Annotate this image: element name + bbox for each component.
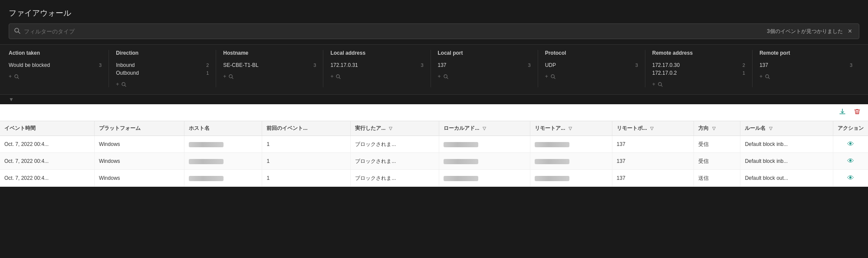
svg-line-9: [339, 77, 341, 79]
cell-remote-port: 137: [612, 153, 694, 170]
facet-col-action-taken: Action taken Would be blocked 3 +: [9, 50, 109, 87]
facet-col-remote-port: Remote port 137 3 +: [760, 50, 859, 87]
col-header-remote-addr: リモートア... ▽: [530, 121, 612, 136]
cell-event-time: Oct. 7, 2022 00:4...: [0, 170, 94, 187]
facet-local-address-add-btn[interactable]: +: [330, 73, 333, 79]
eye-icon[interactable]: 👁: [847, 174, 854, 182]
facet-remote-port-search-btn[interactable]: [765, 73, 770, 79]
cell-action: ブロックされま...: [351, 136, 439, 153]
filter-remove-button[interactable]: [852, 107, 863, 118]
cell-hostname: [184, 170, 262, 187]
cell-remote-addr: [530, 153, 612, 170]
facet-col-local-address: Local address 172.17.0.31 3 +: [330, 50, 431, 87]
cell-prev-event: 1: [262, 170, 351, 187]
cell-row-action[interactable]: 👁: [833, 170, 868, 187]
col-header-local-addr: ローカルアド... ▽: [439, 121, 530, 136]
facet-header-hostname: Hostname: [223, 50, 316, 58]
eye-icon[interactable]: 👁: [847, 140, 854, 148]
svg-line-13: [554, 77, 555, 79]
cell-remote-port: 137: [612, 136, 694, 153]
facet-local-address-search-btn[interactable]: [336, 73, 341, 79]
sort-icon-local: ▽: [483, 126, 486, 131]
facet-header-local-port: Local port: [438, 50, 531, 58]
cell-row-action[interactable]: 👁: [833, 136, 868, 153]
facet-remote-address-search-btn[interactable]: [658, 81, 663, 87]
cell-remote-addr: [530, 136, 612, 153]
cell-rule-name: Default block inb...: [740, 136, 833, 153]
filter-close-button[interactable]: ×: [846, 27, 854, 35]
filter-input[interactable]: [24, 28, 763, 35]
facet-item: Would be blocked 3: [9, 61, 102, 69]
facet-search-btn[interactable]: [14, 73, 19, 79]
sort-icon-remote: ▽: [569, 126, 572, 131]
svg-line-17: [768, 77, 769, 79]
col-header-direction: 方向 ▽: [694, 121, 740, 136]
filter-result-count: 3個のイベントが見つかりました: [767, 28, 843, 35]
cell-action: ブロックされま...: [351, 153, 439, 170]
download-button[interactable]: [837, 107, 848, 118]
search-icon: [14, 28, 20, 35]
filter-bar: 3個のイベントが見つかりました ×: [9, 23, 859, 39]
svg-line-11: [447, 77, 448, 79]
cell-remote-port: 137: [612, 170, 694, 187]
data-section: イベント時間 プラットフォーム ホスト名 前回のイベント... 実行したア...…: [0, 104, 868, 187]
facet-remote-address-add-btn[interactable]: +: [652, 81, 655, 87]
eye-icon[interactable]: 👁: [847, 157, 854, 165]
facet-item-remote-port: 137 3: [760, 61, 852, 69]
cell-direction: 受信: [694, 136, 740, 153]
cell-prev-event: 1: [262, 136, 351, 153]
svg-line-5: [125, 85, 126, 86]
facet-col-hostname: Hostname SE-CBE-T1-BL 3 +: [223, 50, 323, 87]
facet-local-port-search-btn[interactable]: [444, 73, 448, 79]
facet-item-local-address: 172.17.0.31 3: [330, 61, 423, 69]
svg-line-1: [18, 32, 20, 33]
facet-protocol-search-btn[interactable]: [551, 73, 556, 79]
facet-protocol-add-btn[interactable]: +: [545, 73, 548, 79]
facet-header-remote-address: Remote address: [652, 50, 745, 58]
facet-hostname-search-btn[interactable]: [229, 73, 233, 79]
table-row: Oct. 7, 2022 00:4... Windows 1 ブロックされま..…: [0, 136, 868, 153]
facet-table: Action taken Would be blocked 3 + Direct…: [9, 50, 859, 87]
facet-item-inbound: Inbound 2: [116, 61, 209, 69]
cell-local-addr: [439, 170, 530, 187]
facet-col-remote-address: Remote address 172.17.0.30 2 172.17.0.2 …: [652, 50, 753, 87]
cell-hostname: [184, 136, 262, 153]
facet-section: Action taken Would be blocked 3 + Direct…: [0, 44, 868, 95]
facet-header-remote-port: Remote port: [760, 50, 852, 58]
cell-event-time: Oct. 7, 2022 00:4...: [0, 153, 94, 170]
facet-header-direction: Direction: [116, 50, 209, 58]
cell-remote-addr: [530, 170, 612, 187]
cell-local-addr: [439, 153, 530, 170]
cell-rule-name: Default block out...: [740, 170, 833, 187]
cell-platform: Windows: [94, 153, 184, 170]
col-header-prev-event: 前回のイベント...: [262, 121, 351, 136]
table-row: Oct. 7, 2022 00:4... Windows 1 ブロックされま..…: [0, 170, 868, 187]
col-header-actions: アクション: [833, 121, 868, 136]
facet-remote-port-add-btn[interactable]: +: [760, 73, 763, 79]
cell-rule-name: Default block inb...: [740, 153, 833, 170]
cell-action: ブロックされま...: [351, 170, 439, 187]
cell-direction: 送信: [694, 170, 740, 187]
svg-line-15: [661, 85, 662, 86]
expand-arrow[interactable]: ▼: [0, 95, 868, 104]
facet-add-filter-btn[interactable]: +: [9, 73, 12, 79]
cell-event-time: Oct. 7, 2022 00:4...: [0, 136, 94, 153]
cell-row-action[interactable]: 👁: [833, 153, 868, 170]
facet-item-outbound: Outbound 1: [116, 69, 209, 77]
facet-item-remote-address-2: 172.17.0.2 1: [652, 69, 745, 77]
col-header-hostname: ホスト名: [184, 121, 262, 136]
facet-item-protocol: UDP 3: [545, 61, 638, 69]
facet-hostname-add-btn[interactable]: +: [223, 73, 226, 79]
cell-direction: 受信: [694, 153, 740, 170]
data-table: イベント時間 プラットフォーム ホスト名 前回のイベント... 実行したア...…: [0, 121, 868, 187]
cell-local-addr: [439, 136, 530, 153]
col-header-event-time: イベント時間: [0, 121, 94, 136]
facet-direction-add-btn[interactable]: +: [116, 81, 119, 87]
facet-header-local-address: Local address: [330, 50, 423, 58]
cell-prev-event: 1: [262, 153, 351, 170]
svg-line-7: [232, 77, 233, 79]
facet-header-action-taken: Action taken: [9, 50, 102, 58]
cell-platform: Windows: [94, 136, 184, 153]
facet-direction-search-btn[interactable]: [122, 81, 126, 87]
facet-local-port-add-btn[interactable]: +: [438, 73, 441, 79]
